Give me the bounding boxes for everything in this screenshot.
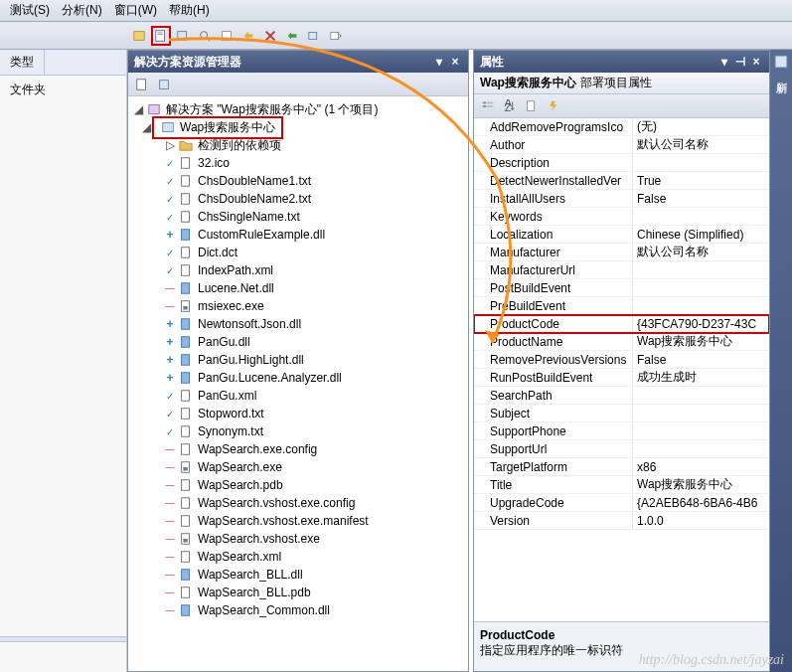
tree-file[interactable]: Synonym.txt bbox=[128, 422, 468, 440]
tree-file[interactable]: Lucene.Net.dll bbox=[128, 279, 468, 297]
tree-file[interactable]: PanGu.dll bbox=[128, 333, 468, 351]
collapse-icon[interactable]: ◢ bbox=[140, 121, 152, 133]
collapse-icon[interactable]: ◢ bbox=[132, 103, 144, 115]
property-value[interactable] bbox=[633, 440, 769, 457]
tree-file[interactable]: WapSearch_BLL.dll bbox=[128, 566, 468, 584]
right-dock-strip[interactable]: 刷新 bbox=[770, 50, 792, 672]
toolbar-btn-properties[interactable] bbox=[151, 26, 171, 46]
property-value[interactable] bbox=[633, 208, 769, 225]
property-value[interactable]: 默认公司名称 bbox=[633, 244, 769, 260]
tree-file[interactable]: IndexPath.xml bbox=[128, 261, 468, 279]
property-row[interactable]: Manufacturer 默认公司名称 bbox=[474, 244, 769, 261]
property-value[interactable]: True bbox=[633, 172, 769, 189]
property-row[interactable]: Description bbox=[474, 154, 769, 172]
menu-test[interactable]: 测试(S) bbox=[4, 0, 56, 21]
property-value[interactable]: x86 bbox=[633, 458, 769, 475]
property-row[interactable]: SearchPath bbox=[474, 387, 769, 405]
props-object-selector[interactable]: Wap搜索服务中心 部署项目属性 bbox=[474, 73, 769, 94]
tree-file[interactable]: msiexec.exe bbox=[128, 297, 468, 315]
tree-file[interactable]: WapSearch.vshost.exe bbox=[128, 530, 468, 548]
tree-file[interactable]: WapSearch.vshost.exe.manifest bbox=[128, 512, 468, 530]
menu-window[interactable]: 窗口(W) bbox=[108, 0, 163, 21]
property-value[interactable]: Wap搜索服务中心 bbox=[633, 333, 769, 350]
explorer-tb-1[interactable] bbox=[132, 75, 152, 94]
tree-file[interactable]: PanGu.Lucene.Analyzer.dll bbox=[128, 369, 468, 387]
tree-file[interactable]: 32.ico bbox=[128, 154, 468, 172]
toolbar-btn-9[interactable] bbox=[304, 26, 324, 46]
tree-file[interactable]: WapSearch.exe.config bbox=[128, 440, 468, 458]
props-alpha-btn[interactable]: AZ bbox=[500, 96, 520, 116]
property-row[interactable]: InstallAllUsers False bbox=[474, 190, 769, 208]
tree-file[interactable]: WapSearch_Common.dll bbox=[128, 601, 468, 619]
left-tab-type[interactable]: 类型 bbox=[0, 50, 45, 75]
toolbar-btn-4[interactable] bbox=[195, 26, 215, 46]
property-row[interactable]: UpgradeCode {A2AEB648-6BA6-4B6 bbox=[474, 494, 769, 512]
property-row[interactable]: Keywords bbox=[474, 208, 769, 226]
property-value[interactable]: False bbox=[633, 190, 769, 207]
tree-file[interactable]: WapSearch_BLL.pdb bbox=[128, 584, 468, 601]
tree-file[interactable]: ChsDoubleName2.txt bbox=[128, 190, 468, 208]
toolbar-btn-8[interactable] bbox=[282, 26, 302, 46]
props-categorize-btn[interactable] bbox=[478, 96, 498, 116]
tree-file[interactable]: WapSearch.xml bbox=[128, 548, 468, 566]
props-events-btn[interactable] bbox=[544, 96, 563, 116]
props-header[interactable]: 属性 ▾ ⊣ × bbox=[474, 51, 769, 73]
close-icon[interactable]: × bbox=[448, 55, 462, 69]
explorer-header[interactable]: 解决方案资源管理器 ▾ × bbox=[128, 51, 468, 73]
property-grid[interactable]: AddRemoveProgramsIco (无) Author 默认公司名称 D… bbox=[474, 118, 769, 621]
property-value[interactable] bbox=[633, 387, 769, 404]
close-icon[interactable]: × bbox=[749, 55, 763, 69]
property-value[interactable] bbox=[633, 422, 769, 439]
property-row[interactable]: Author 默认公司名称 bbox=[474, 136, 769, 154]
property-row[interactable]: PreBuildEvent bbox=[474, 297, 769, 315]
tree-file[interactable]: PanGu.HighLight.dll bbox=[128, 351, 468, 369]
toolbar-btn-1[interactable] bbox=[129, 26, 149, 46]
tree-file[interactable]: WapSearch.pdb bbox=[128, 476, 468, 494]
property-value[interactable]: 1.0.0 bbox=[633, 512, 769, 529]
property-value[interactable] bbox=[633, 405, 769, 421]
property-value[interactable]: 默认公司名称 bbox=[633, 136, 769, 153]
tree-file[interactable]: Dict.dct bbox=[128, 244, 468, 261]
property-value[interactable] bbox=[633, 261, 769, 278]
property-row[interactable]: ManufacturerUrl bbox=[474, 261, 769, 279]
toolbar-btn-7[interactable] bbox=[260, 26, 280, 46]
solution-tree[interactable]: ◢ 解决方案 "Wap搜索服务中心" (1 个项目) ◢ Wap搜索服务中心 ▷… bbox=[128, 96, 468, 671]
tree-file[interactable]: CustomRuleExample.dll bbox=[128, 226, 468, 244]
property-row[interactable]: ProductName Wap搜索服务中心 bbox=[474, 333, 769, 351]
property-value[interactable] bbox=[633, 279, 769, 296]
tree-file[interactable]: WapSearch.exe bbox=[128, 458, 468, 476]
property-value[interactable]: {A2AEB648-6BA6-4B6 bbox=[633, 494, 769, 511]
toolbar-btn-3[interactable] bbox=[173, 26, 193, 46]
property-row[interactable]: SupportUrl bbox=[474, 440, 769, 458]
property-value[interactable]: {43FCA790-D237-43C bbox=[633, 315, 769, 332]
property-value[interactable]: False bbox=[633, 351, 769, 368]
tree-deps-folder[interactable]: ▷ 检测到的依赖项 bbox=[128, 136, 468, 154]
property-value[interactable] bbox=[633, 297, 769, 314]
toolbar-btn-6[interactable] bbox=[238, 26, 258, 46]
tree-file[interactable]: Newtonsoft.Json.dll bbox=[128, 315, 468, 333]
menu-help[interactable]: 帮助(H) bbox=[163, 0, 216, 21]
tree-file[interactable]: ChsDoubleName1.txt bbox=[128, 172, 468, 190]
explorer-tb-2[interactable] bbox=[154, 75, 174, 94]
toolbar-btn-5[interactable] bbox=[217, 26, 237, 46]
property-value[interactable] bbox=[633, 154, 769, 171]
property-value[interactable]: Wap搜索服务中心 bbox=[633, 476, 769, 493]
tree-project[interactable]: ◢ Wap搜索服务中心 bbox=[128, 118, 468, 136]
property-value[interactable]: Chinese (Simplified) bbox=[633, 226, 769, 243]
menu-analyze[interactable]: 分析(N) bbox=[56, 0, 108, 21]
property-row[interactable]: SupportPhone bbox=[474, 422, 769, 440]
tree-file[interactable]: ChsSingleName.txt bbox=[128, 208, 468, 226]
property-row[interactable]: TargetPlatform x86 bbox=[474, 458, 769, 476]
property-value[interactable]: (无) bbox=[633, 118, 769, 135]
tree-file[interactable]: PanGu.xml bbox=[128, 387, 468, 405]
dropdown-icon[interactable]: ▾ bbox=[717, 55, 731, 69]
tree-file[interactable]: Stopword.txt bbox=[128, 405, 468, 422]
property-row[interactable]: Title Wap搜索服务中心 bbox=[474, 476, 769, 494]
toolbar-btn-10[interactable] bbox=[326, 26, 346, 46]
property-row[interactable]: RemovePreviousVersions False bbox=[474, 351, 769, 369]
property-row[interactable]: Version 1.0.0 bbox=[474, 512, 769, 530]
expand-icon[interactable]: ▷ bbox=[164, 139, 176, 151]
pin-icon[interactable]: ⊣ bbox=[733, 55, 747, 69]
property-value[interactable]: 成功生成时 bbox=[633, 369, 769, 386]
property-row[interactable]: Localization Chinese (Simplified) bbox=[474, 226, 769, 244]
